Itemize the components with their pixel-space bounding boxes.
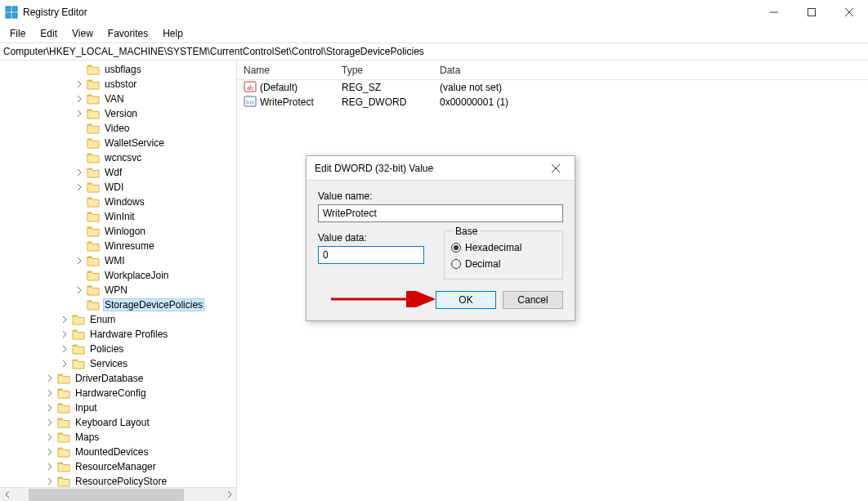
tree-node[interactable]: WMI xyxy=(0,253,236,268)
list-row[interactable]: 011WriteProtectREG_DWORD0x00000001 (1) xyxy=(237,95,868,110)
list-row[interactable]: ab(Default)REG_SZ(value not set) xyxy=(237,80,868,95)
tree-node-label: WalletService xyxy=(103,137,166,149)
value-name-input[interactable] xyxy=(318,204,563,222)
tree-expand-icon[interactable] xyxy=(74,284,85,296)
tree-expand-icon[interactable] xyxy=(59,358,70,369)
tree-view[interactable]: usbflagsusbstorVANVersionVideoWalletServ… xyxy=(0,60,236,487)
tree-expand-icon[interactable] xyxy=(44,432,56,443)
tree-node[interactable]: ResourcePolicyStore xyxy=(0,474,236,487)
folder-icon xyxy=(87,211,100,222)
tree-node[interactable]: WorkplaceJoin xyxy=(0,268,236,283)
tree-node[interactable]: Winlogon xyxy=(0,224,236,239)
tree-expand-icon[interactable] xyxy=(74,93,85,105)
scroll-right-button[interactable] xyxy=(222,489,236,501)
tree-expand-icon[interactable] xyxy=(44,461,56,472)
tree-expand-icon[interactable] xyxy=(74,78,85,90)
value-name: WriteProtect xyxy=(260,96,314,108)
folder-icon xyxy=(72,314,85,325)
tree-node[interactable]: Maps xyxy=(0,430,236,445)
title-bar: Registry Editor xyxy=(0,0,868,25)
scrollbar-track[interactable] xyxy=(14,489,222,501)
tree-node[interactable]: WDI xyxy=(0,180,236,195)
tree-node[interactable]: wcncsvc xyxy=(0,150,236,165)
column-header-data[interactable]: Data xyxy=(433,65,868,76)
column-header-type[interactable]: Type xyxy=(335,65,433,76)
tree-node-label: Video xyxy=(103,123,131,134)
tree-node[interactable]: usbflags xyxy=(0,62,236,77)
folder-icon xyxy=(57,387,70,399)
tree-node[interactable]: WPN xyxy=(0,283,236,297)
tree-expand-icon[interactable] xyxy=(44,387,56,399)
radio-hexadecimal[interactable]: Hexadecimal xyxy=(451,239,556,256)
value-type: REG_DWORD xyxy=(335,96,433,108)
tree-node[interactable]: Winresume xyxy=(0,239,236,253)
folder-icon xyxy=(87,167,100,178)
menu-edit[interactable]: Edit xyxy=(34,26,64,41)
tree-node[interactable]: DriverDatabase xyxy=(0,371,236,386)
folder-icon xyxy=(87,255,100,266)
tree-node[interactable]: Keyboard Layout xyxy=(0,415,236,430)
tree-node[interactable]: Policies xyxy=(0,342,236,356)
dword-value-icon: 011 xyxy=(244,95,257,110)
tree-expand-icon[interactable] xyxy=(44,402,56,414)
tree-node[interactable]: Version xyxy=(0,106,236,121)
tree-expand-icon[interactable] xyxy=(44,417,56,428)
tree-node[interactable]: Video xyxy=(0,121,236,136)
minimize-button[interactable] xyxy=(755,0,793,25)
tree-node[interactable]: usbstor xyxy=(0,77,236,92)
radio-decimal[interactable]: Decimal xyxy=(451,256,556,272)
scroll-left-button[interactable] xyxy=(0,489,14,501)
tree-panel: usbflagsusbstorVANVersionVideoWalletServ… xyxy=(0,60,237,501)
tree-node[interactable]: Hardware Profiles xyxy=(0,327,236,342)
tree-node[interactable]: VAN xyxy=(0,92,236,106)
close-button[interactable] xyxy=(830,0,868,25)
tree-expand-icon[interactable] xyxy=(74,108,85,119)
menu-file[interactable]: File xyxy=(3,26,32,41)
menu-help[interactable]: Help xyxy=(156,26,190,41)
folder-icon xyxy=(87,196,100,208)
maximize-button[interactable] xyxy=(793,0,830,25)
tree-expand-icon[interactable] xyxy=(44,446,56,458)
tree-node[interactable]: Input xyxy=(0,400,236,415)
column-header-name[interactable]: Name xyxy=(237,65,335,76)
folder-icon xyxy=(87,284,100,296)
svg-text:ab: ab xyxy=(247,84,253,92)
tree-node[interactable]: HardwareConfig xyxy=(0,386,236,400)
tree-expand-icon[interactable] xyxy=(59,343,70,355)
tree-expand-icon[interactable] xyxy=(74,167,85,178)
tree-node-label: usbstor xyxy=(103,78,138,90)
value-data: (value not set) xyxy=(433,82,868,93)
tree-node[interactable]: Windows xyxy=(0,195,236,209)
tree-expand-icon[interactable] xyxy=(44,373,56,384)
tree-expand-icon[interactable] xyxy=(74,181,85,193)
folder-icon xyxy=(57,446,70,458)
tree-node[interactable]: Enum xyxy=(0,312,236,327)
tree-node[interactable]: ResourceManager xyxy=(0,459,236,474)
tree-expand-icon[interactable] xyxy=(59,314,70,325)
tree-expand-icon[interactable] xyxy=(44,476,56,487)
tree-node[interactable]: Wdf xyxy=(0,165,236,180)
tree-node[interactable]: MountedDevices xyxy=(0,445,236,459)
tree-node-label: ResourceManager xyxy=(74,461,158,472)
address-bar[interactable]: Computer\HKEY_LOCAL_MACHINE\SYSTEM\Curre… xyxy=(0,42,868,60)
scrollbar-thumb[interactable] xyxy=(29,489,184,501)
tree-expand-icon[interactable] xyxy=(74,255,85,266)
list-header[interactable]: Name Type Data xyxy=(237,60,868,80)
horizontal-scrollbar[interactable] xyxy=(0,487,236,501)
menu-favorites[interactable]: Favorites xyxy=(101,26,154,41)
radio-hex-label: Hexadecimal xyxy=(465,242,521,253)
menu-view[interactable]: View xyxy=(65,26,100,41)
tree-node[interactable]: WinInit xyxy=(0,209,236,224)
value-data-input[interactable] xyxy=(318,246,424,264)
app-icon xyxy=(5,6,18,19)
tree-expand-icon[interactable] xyxy=(59,329,70,340)
tree-node[interactable]: WalletService xyxy=(0,136,236,150)
tree-node[interactable]: Services xyxy=(0,356,236,371)
string-value-icon: ab xyxy=(244,80,257,96)
tree-node-label: WMI xyxy=(103,255,127,266)
value-data: 0x00000001 (1) xyxy=(433,96,868,108)
tree-node[interactable]: StorageDevicePolicies xyxy=(0,297,236,312)
ok-button[interactable]: OK xyxy=(436,291,496,309)
dialog-close-button[interactable] xyxy=(544,157,568,180)
cancel-button[interactable]: Cancel xyxy=(503,291,563,309)
